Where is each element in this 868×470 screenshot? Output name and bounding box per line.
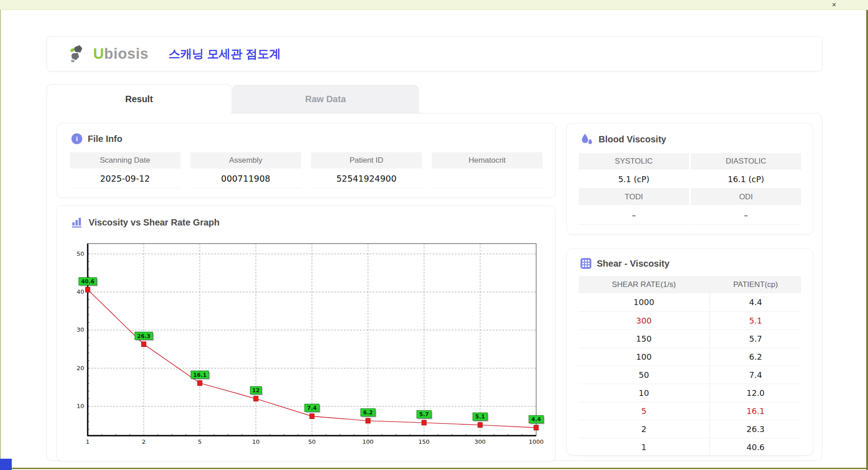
shear-rate-cell: 100 bbox=[579, 348, 710, 366]
shear-viscosity-title-row: Shear - Viscosity bbox=[567, 249, 813, 269]
x-tick-label: 2 bbox=[142, 438, 146, 445]
data-point-label: 5.7 bbox=[419, 411, 429, 418]
shear-table-row: 1505.7 bbox=[579, 329, 801, 348]
x-tick-label: 150 bbox=[419, 438, 430, 445]
shear-table-header-row: SHEAR RATE(1/s) PATIENT(cp) bbox=[579, 276, 801, 293]
tab-raw-data[interactable]: Raw Data bbox=[232, 85, 419, 113]
blood-viscosity-title-row: Blood Viscosity bbox=[567, 123, 813, 145]
data-point-label: 5.1 bbox=[475, 414, 485, 420]
bar-chart-icon bbox=[71, 217, 83, 228]
shear-rate-cell: 2 bbox=[579, 420, 710, 438]
shear-table-row: 10004.4 bbox=[579, 293, 801, 311]
blood-viscosity-card: Blood Viscosity SYSTOLICDIASTOLIC5.1 (cP… bbox=[566, 123, 813, 235]
shear-rate-cell: 150 bbox=[579, 329, 710, 348]
patient-cp-cell: 16.1 bbox=[710, 402, 801, 420]
shear-viscosity-card: Shear - Viscosity SHEAR RATE(1/s) PATIEN… bbox=[566, 249, 813, 456]
field-value: 52541924900 bbox=[311, 169, 422, 188]
shear-rate-column-header: SHEAR RATE(1/s) bbox=[579, 276, 710, 293]
field-label: Hematocrit bbox=[432, 152, 542, 169]
shear-viscosity-title: Shear - Viscosity bbox=[597, 258, 670, 269]
field-label: Scanning Date bbox=[70, 152, 180, 169]
field-label: Patient ID bbox=[311, 152, 422, 169]
bv-value-cell: – bbox=[691, 205, 801, 225]
window-titlebar: × bbox=[0, 0, 868, 10]
window-corner-accent bbox=[0, 459, 12, 470]
patient-cp-cell: 6.2 bbox=[710, 348, 801, 366]
brand-text: Ubiosis bbox=[93, 45, 149, 62]
viscosity-chart-svg: 10203040501251050100150300100040.626.316… bbox=[73, 238, 543, 450]
brand-letter-u: U bbox=[93, 45, 104, 62]
x-tick-label: 100 bbox=[363, 438, 374, 445]
header-card: Ubiosis 스캐닝 모세관 점도계 bbox=[47, 36, 822, 71]
shear-table-row: 3005.1 bbox=[579, 311, 801, 329]
data-point-label: 12 bbox=[252, 387, 260, 394]
app-subtitle: 스캐닝 모세관 점도계 bbox=[169, 46, 281, 62]
data-point-marker bbox=[478, 423, 482, 428]
x-tick-label: 1000 bbox=[528, 438, 543, 445]
table-grid-icon bbox=[580, 258, 591, 269]
bv-value-cell: 5.1 (cP) bbox=[579, 169, 689, 189]
shear-rate-cell: 10 bbox=[579, 384, 710, 402]
shear-table-row: 1006.2 bbox=[579, 348, 801, 366]
tab-result[interactable]: Result bbox=[47, 84, 231, 113]
field-value bbox=[432, 169, 542, 188]
patient-cp-cell: 4.4 bbox=[710, 293, 801, 311]
close-icon[interactable]: × bbox=[828, 0, 840, 10]
viscosity-chart: 10203040501251050100150300100040.626.316… bbox=[73, 238, 543, 450]
file-info-field: Assembly000711908 bbox=[190, 152, 301, 188]
shear-rate-cell: 300 bbox=[579, 311, 710, 329]
field-value: 000711908 bbox=[190, 169, 301, 188]
x-tick-label: 1 bbox=[86, 438, 90, 445]
file-info-card: i File Info Scanning Date2025-09-12Assem… bbox=[57, 123, 556, 198]
file-info-field: Hematocrit bbox=[432, 152, 542, 188]
patient-cp-cell: 26.3 bbox=[710, 420, 801, 438]
info-icon: i bbox=[71, 133, 82, 144]
data-point-label: 6.2 bbox=[363, 409, 373, 416]
shear-table-row: 507.4 bbox=[579, 366, 801, 384]
data-point-marker bbox=[254, 396, 258, 401]
data-point-marker bbox=[366, 418, 370, 423]
ubiosis-logo-icon bbox=[69, 44, 90, 63]
data-point-marker bbox=[534, 425, 538, 430]
patient-cp-cell: 5.7 bbox=[710, 329, 801, 348]
blood-viscosity-title: Blood Viscosity bbox=[599, 134, 666, 145]
x-tick-label: 50 bbox=[308, 438, 316, 445]
data-point-label: 26.3 bbox=[137, 333, 151, 339]
patient-cp-cell: 12.0 bbox=[710, 384, 801, 402]
graph-title-row: Viscosity vs Shear Rate Graph bbox=[57, 206, 555, 228]
shear-rate-cell: 1000 bbox=[579, 293, 710, 311]
bv-header-cell: SYSTOLIC bbox=[579, 153, 689, 169]
window-frame-left bbox=[0, 0, 1, 470]
shear-table-row: 1012.0 bbox=[579, 384, 801, 402]
data-point-label: 40.6 bbox=[81, 278, 94, 285]
data-point-marker bbox=[142, 342, 146, 347]
brand: Ubiosis bbox=[69, 44, 149, 63]
window-frame-right bbox=[866, 0, 868, 470]
data-point-label: 16.1 bbox=[193, 372, 207, 378]
data-point-label: 7.4 bbox=[307, 405, 316, 411]
brand-rest: biosis bbox=[104, 45, 148, 62]
graph-card: Viscosity vs Shear Rate Graph 1020304050… bbox=[57, 206, 556, 461]
droplets-icon bbox=[580, 133, 593, 145]
bv-value-cell: – bbox=[579, 205, 689, 225]
shear-table-row: 140.6 bbox=[579, 438, 801, 456]
data-point-marker bbox=[310, 414, 314, 418]
file-info-field: Scanning Date2025-09-12 bbox=[70, 152, 180, 188]
file-info-field: Patient ID52541924900 bbox=[311, 152, 422, 188]
data-point-marker bbox=[422, 420, 426, 425]
shear-viscosity-table: SHEAR RATE(1/s) PATIENT(cp) 10004.43005.… bbox=[579, 276, 801, 456]
shear-table-row: 226.3 bbox=[579, 420, 801, 438]
y-tick-label: 40 bbox=[76, 288, 84, 295]
patient-cp-cell: 7.4 bbox=[710, 366, 801, 384]
y-tick-label: 50 bbox=[76, 250, 84, 257]
shear-rate-cell: 5 bbox=[579, 402, 710, 420]
blood-viscosity-grid: SYSTOLICDIASTOLIC5.1 (cP)16.1 (cP)TODIOD… bbox=[579, 153, 801, 225]
file-info-fields: Scanning Date2025-09-12Assembly000711908… bbox=[70, 152, 542, 188]
field-value: 2025-09-12 bbox=[70, 169, 180, 188]
bv-header-cell: ODI bbox=[691, 189, 801, 205]
shear-rate-cell: 1 bbox=[579, 438, 710, 456]
patient-cp-cell: 40.6 bbox=[710, 438, 801, 456]
x-tick-label: 5 bbox=[198, 438, 202, 445]
data-point-marker bbox=[85, 287, 90, 292]
y-tick-label: 30 bbox=[76, 326, 84, 333]
